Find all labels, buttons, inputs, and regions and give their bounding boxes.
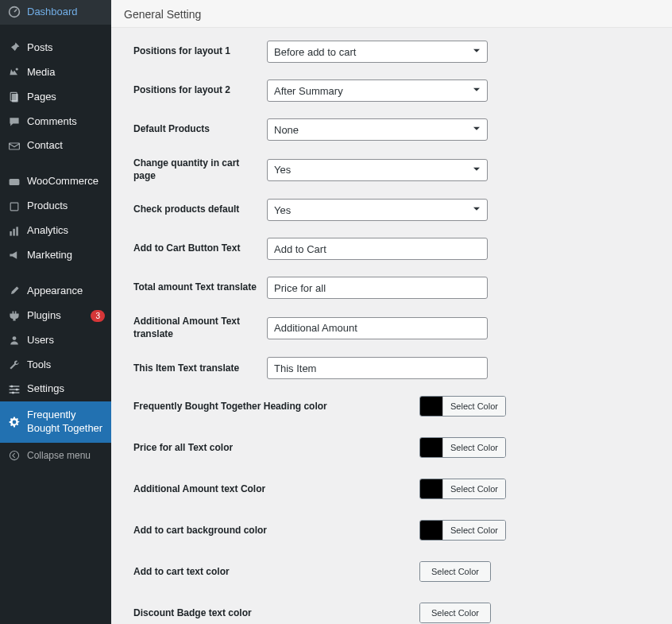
color-picker[interactable]: Select Color — [419, 479, 506, 499]
this-label: This Item Text translate — [133, 362, 267, 375]
plugin-update-badge: 3 — [91, 310, 105, 322]
btn-label: Add to Cart Button Text — [133, 242, 267, 255]
sidebar-label: Dashboard — [27, 6, 105, 19]
sidebar-item-appearance[interactable]: Appearance — [0, 279, 111, 304]
svg-rect-6 — [10, 203, 18, 211]
sidebar-item-dashboard[interactable]: Dashboard — [0, 0, 111, 25]
svg-rect-5 — [10, 179, 20, 185]
sidebar-label: Marketing — [27, 249, 105, 262]
sidebar-item-plugins[interactable]: Plugins 3 — [0, 304, 111, 328]
defprod-select[interactable]: None — [267, 118, 488, 141]
svg-rect-7 — [10, 231, 11, 236]
color-swatch[interactable] — [420, 397, 442, 416]
color-picker[interactable]: Select Color — [419, 437, 506, 458]
select-color-button[interactable]: Select Color — [442, 397, 505, 416]
sidebar-item-users[interactable]: Users — [0, 328, 111, 353]
sidebar-label: Media — [27, 66, 105, 79]
sidebar-item-products[interactable]: Products — [0, 194, 111, 219]
settings-form: Positions for layout 1 Before add to car… — [111, 28, 672, 624]
sidebar-item-woocommerce[interactable]: WooCommerce — [0, 169, 111, 194]
select-color-button[interactable]: Select Color — [420, 603, 490, 622]
qty-label: Change quantity in cart page — [133, 157, 267, 182]
color-label: Price for all Text color — [133, 442, 419, 455]
sidebar-label: Posts — [27, 41, 105, 55]
sidebar-item-posts[interactable]: Posts — [0, 36, 111, 60]
pos1-select[interactable]: Before add to cart — [267, 41, 488, 63]
brush-icon — [8, 285, 21, 297]
plugin-icon — [8, 309, 21, 322]
svg-point-15 — [16, 388, 18, 390]
color-label: Discount Badge text color — [133, 607, 419, 620]
btn-input[interactable] — [267, 238, 488, 260]
check-select[interactable]: Yes — [267, 199, 488, 221]
sidebar-item-tools[interactable]: Tools — [0, 353, 111, 378]
wrench-icon — [8, 359, 21, 371]
sidebar-label: Appearance — [27, 285, 105, 298]
color-swatch[interactable] — [420, 521, 442, 540]
svg-rect-9 — [16, 227, 17, 235]
pos2-select[interactable]: After Summary — [267, 79, 488, 102]
sidebar-item-contact[interactable]: Contact — [0, 134, 111, 158]
select-color-button[interactable]: Select Color — [442, 521, 505, 540]
sidebar-label: Frequently Bought Together — [27, 409, 105, 436]
color-label: Additional Amount text Color — [133, 483, 419, 496]
sidebar-item-settings[interactable]: Settings — [0, 377, 111, 401]
color-picker[interactable]: Select Color — [419, 561, 491, 582]
sidebar-label: Users — [27, 334, 105, 347]
chart-icon — [8, 225, 21, 238]
main-content: General Setting Positions for layout 1 B… — [111, 0, 672, 624]
user-icon — [8, 334, 21, 347]
sidebar-label: Analytics — [27, 224, 105, 238]
color-label: Frequently Bought Together Heading color — [133, 401, 419, 413]
sliders-icon — [8, 383, 21, 396]
addl-label: Additional Amount Text translate — [133, 316, 267, 340]
svg-point-14 — [10, 385, 13, 387]
qty-select[interactable]: Yes — [267, 159, 488, 181]
sidebar-label: Settings — [27, 382, 105, 396]
color-picker[interactable]: Select Color — [419, 603, 491, 623]
sidebar-label: Plugins — [27, 309, 83, 323]
total-input[interactable] — [267, 277, 488, 299]
sidebar-label: Comments — [27, 115, 105, 129]
color-picker[interactable]: Select Color — [419, 520, 506, 541]
sidebar-item-analytics[interactable]: Analytics — [0, 219, 111, 243]
mail-icon — [8, 140, 21, 153]
sidebar-item-fbt[interactable]: Frequently Bought Together — [0, 401, 111, 443]
collapse-menu[interactable]: Collapse menu — [0, 443, 111, 468]
sidebar-label: Pages — [27, 91, 105, 104]
collapse-label: Collapse menu — [27, 450, 91, 461]
color-swatch[interactable] — [420, 438, 442, 457]
svg-rect-4 — [10, 143, 20, 149]
sidebar-item-comments[interactable]: Comments — [0, 110, 111, 134]
sidebar-label: WooCommerce — [27, 175, 105, 188]
svg-rect-3 — [12, 94, 18, 102]
sidebar-label: Contact — [27, 139, 105, 153]
dashboard-icon — [8, 6, 21, 18]
pages-icon — [8, 91, 21, 103]
svg-point-10 — [13, 336, 17, 340]
select-color-button[interactable]: Select Color — [442, 479, 505, 498]
color-picker[interactable]: Select Color — [419, 396, 506, 417]
color-label: Add to cart background color — [133, 525, 419, 537]
pos1-label: Positions for layout 1 — [133, 45, 267, 58]
media-icon — [8, 66, 21, 79]
svg-rect-8 — [13, 228, 14, 235]
this-input[interactable] — [267, 357, 488, 379]
gear-icon — [8, 416, 21, 428]
sidebar-label: Products — [27, 200, 105, 213]
pos2-label: Positions for layout 2 — [133, 84, 267, 97]
select-color-button[interactable]: Select Color — [442, 438, 505, 457]
admin-sidebar: Dashboard Posts Media Pages Comments Con… — [0, 0, 111, 624]
sidebar-item-pages[interactable]: Pages — [0, 85, 111, 110]
svg-point-16 — [12, 391, 14, 393]
sidebar-item-media[interactable]: Media — [0, 60, 111, 85]
sidebar-label: Tools — [27, 359, 105, 372]
sidebar-item-marketing[interactable]: Marketing — [0, 243, 111, 268]
color-swatch[interactable] — [420, 479, 442, 498]
addl-input[interactable] — [267, 317, 488, 339]
comment-icon — [8, 115, 21, 128]
total-label: Total amount Text translate — [133, 281, 267, 294]
select-color-button[interactable]: Select Color — [420, 562, 490, 581]
woo-icon — [8, 176, 21, 188]
check-label: Check products default — [133, 203, 267, 216]
